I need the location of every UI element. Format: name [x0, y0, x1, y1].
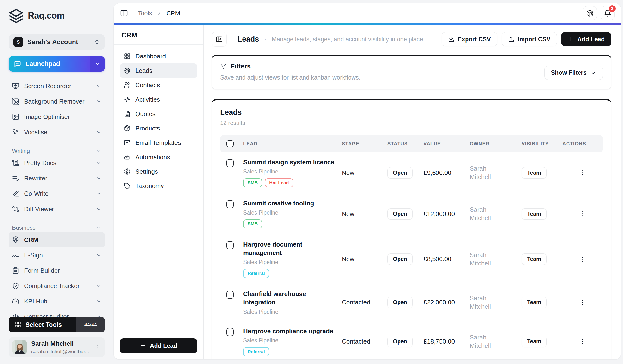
- row-actions-dots-icon[interactable]: [579, 338, 586, 345]
- launchpad-label: Launchpad: [25, 60, 60, 68]
- activity-icon: [124, 96, 131, 103]
- chevron-down-icon: [96, 99, 101, 104]
- select-tools-count-badge: 44/44: [76, 317, 105, 332]
- select-tools-label: Select Tools: [25, 321, 62, 328]
- crm-nav-item-quotes[interactable]: Quotes: [120, 107, 197, 121]
- crm-nav-item-settings[interactable]: Settings: [120, 164, 197, 179]
- sidebar-item-e-sign[interactable]: E-Sign: [9, 247, 105, 263]
- collapse-panel-button[interactable]: [212, 32, 227, 47]
- crm-nav-item-activities[interactable]: Activities: [120, 92, 197, 107]
- crm-nav-item-leads[interactable]: Leads: [120, 64, 197, 78]
- lead-cell: Summit design system licenceSales Pipeli…: [243, 158, 342, 187]
- tag-pill: Referral: [243, 269, 269, 278]
- topbar-divider: [133, 9, 133, 18]
- scale-icon: [12, 313, 19, 317]
- user-menu-dots-icon[interactable]: [95, 344, 101, 350]
- lead-tags: Referral: [243, 347, 334, 356]
- sidebar-item-background-remover[interactable]: Background Remover: [9, 94, 105, 109]
- row-actions-dots-icon[interactable]: [579, 169, 586, 176]
- crm-nav-item-label: Contacts: [135, 82, 160, 89]
- crm-nav-item-contacts[interactable]: Contacts: [120, 78, 197, 92]
- sidebar-item-compliance-tracker[interactable]: Compliance Tracker: [9, 278, 105, 294]
- account-switcher[interactable]: S Sarah's Account: [9, 34, 105, 50]
- value-cell: £22,000.00: [423, 299, 470, 306]
- crm-nav-item-dashboard[interactable]: Dashboard: [120, 49, 197, 64]
- crm-add-lead-button[interactable]: Add Lead: [120, 338, 197, 353]
- visibility-badge: Team: [522, 297, 547, 308]
- layout-grid-icon: [124, 53, 131, 60]
- column-stage: STAGE: [342, 141, 387, 147]
- row-checkbox[interactable]: [226, 200, 234, 208]
- sidebar-section-writing[interactable]: Writing: [9, 147, 105, 155]
- launchpad-button[interactable]: Launchpad: [9, 56, 105, 72]
- row-actions-dots-icon[interactable]: [579, 299, 586, 306]
- crm-nav-item-products[interactable]: Products: [120, 121, 197, 135]
- crm-nav-item-label: Leads: [135, 67, 152, 74]
- content-area: Leads · Manage leads, stages, and accoun…: [203, 25, 621, 360]
- list-check-icon: [12, 175, 19, 182]
- logo-text: Raq.com: [28, 11, 65, 21]
- sidebar-item-contract-auditor[interactable]: Contract Auditor: [9, 309, 105, 317]
- sidebar-nav: Screen RecorderBackground RemoverImage O…: [9, 78, 105, 317]
- sidebar-item-co-write[interactable]: Co-Write: [9, 186, 105, 201]
- chevron-down-icon: [96, 191, 101, 196]
- account-avatar: S: [13, 37, 23, 47]
- add-lead-label: Add Lead: [577, 36, 605, 43]
- launchpad-expand-button[interactable]: [90, 56, 105, 72]
- sidebar-section-business[interactable]: Business: [9, 224, 105, 232]
- crm-nav-item-automations[interactable]: Automations: [120, 150, 197, 164]
- import-csv-button[interactable]: Import CSV: [502, 32, 557, 46]
- crm-nav-item-email-templates[interactable]: Email Templates: [120, 135, 197, 150]
- user-avatar: [13, 340, 27, 354]
- user-email: sarah.mitchell@westbur...: [31, 349, 89, 354]
- sidebar-item-diff-viewer[interactable]: Diff Viewer: [9, 201, 105, 217]
- sidebar-item-pretty-docs[interactable]: Pretty Docs: [9, 155, 105, 171]
- sidebar-item-screen-recorder[interactable]: Screen Recorder: [9, 78, 105, 94]
- package-search-button[interactable]: [583, 6, 597, 20]
- user-card[interactable]: Sarah Mitchell sarah.mitchell@westbur...: [9, 337, 105, 357]
- show-filters-button[interactable]: Show Filters: [544, 66, 603, 80]
- add-lead-button[interactable]: Add Lead: [561, 32, 611, 46]
- visibility-badge: Team: [522, 336, 547, 347]
- panel-left-close-icon: [216, 36, 223, 43]
- breadcrumb-tools[interactable]: Tools: [138, 10, 152, 17]
- tag-pill: SMB: [243, 219, 262, 229]
- chevron-down-icon: [96, 148, 101, 153]
- sidebar-item-form-builder[interactable]: Form Builder: [9, 263, 105, 278]
- lead-pipeline: Sales Pipeline: [243, 259, 334, 265]
- panel-left-icon[interactable]: [120, 9, 128, 17]
- clipboard-list-icon: [12, 267, 19, 274]
- notifications-button[interactable]: 3: [601, 6, 615, 20]
- select-all-checkbox[interactable]: [226, 140, 234, 147]
- lead-tags: SMB: [243, 219, 334, 229]
- section-label: Writing: [12, 148, 30, 154]
- sidebar-item-kpi-hub[interactable]: KPI Hub: [9, 294, 105, 309]
- row-actions-dots-icon[interactable]: [579, 256, 586, 263]
- row-checkbox[interactable]: [226, 159, 234, 167]
- launchpad-main[interactable]: Launchpad: [9, 56, 90, 72]
- sidebar-item-image-optimiser[interactable]: Image Optimiser: [9, 109, 105, 125]
- chevron-down-icon: [96, 176, 101, 181]
- select-tools-button[interactable]: Select Tools 44/44: [9, 317, 105, 332]
- table-header: LEAD STAGE STATUS VALUE OWNER VISIBILITY…: [220, 135, 603, 152]
- tag-pill: SMB: [243, 178, 262, 187]
- row-checkbox[interactable]: [226, 328, 234, 336]
- import-csv-label: Import CSV: [518, 36, 550, 43]
- upload-icon: [508, 36, 514, 42]
- plus-icon: [568, 36, 574, 42]
- lead-name: Hargrove documentmanagement: [243, 240, 334, 257]
- row-checkbox[interactable]: [226, 291, 234, 299]
- export-csv-button[interactable]: Export CSV: [442, 32, 497, 46]
- sidebar-item-vocalise[interactable]: Vocalise: [9, 125, 105, 140]
- scroll-text-icon: [12, 159, 19, 167]
- sidebar-item-crm[interactable]: CRM: [9, 232, 105, 247]
- select-tools-main[interactable]: Select Tools: [9, 317, 76, 332]
- row-checkbox[interactable]: [226, 241, 234, 249]
- crm-nav-item-taxonomy[interactable]: Taxonomy: [120, 179, 197, 193]
- table-row: Summit design system licenceSales Pipeli…: [220, 152, 603, 193]
- row-actions-dots-icon[interactable]: [579, 211, 586, 217]
- status-badge: Open: [387, 336, 413, 347]
- package-icon: [124, 125, 131, 132]
- stage-cell: Contacted: [342, 299, 387, 306]
- sidebar-item-rewriter[interactable]: Rewriter: [9, 171, 105, 186]
